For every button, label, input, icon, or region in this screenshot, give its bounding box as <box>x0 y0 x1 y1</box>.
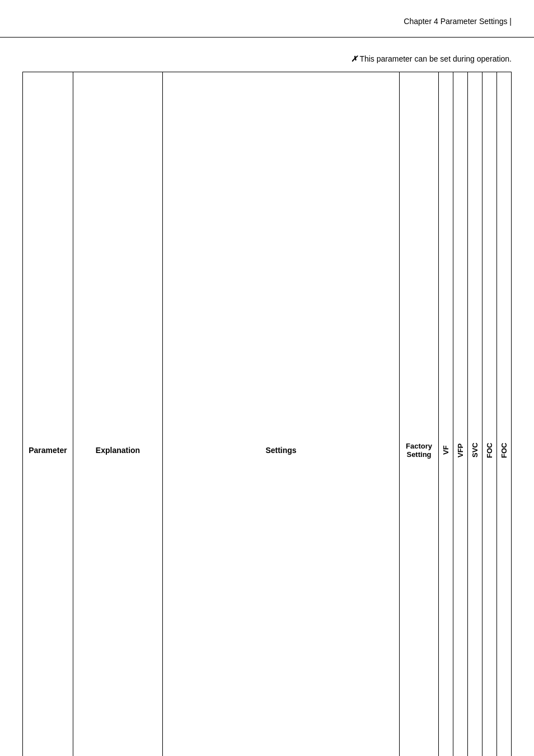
col-vf: VF <box>439 72 453 757</box>
col-parameter: Parameter <box>23 72 73 757</box>
col-svc: SVC <box>468 72 483 757</box>
svc-label: SVC <box>468 72 482 756</box>
header-title: Chapter 4 Parameter Settings | <box>404 17 512 26</box>
parameter-table: Parameter Explanation Settings Factory S… <box>22 72 512 756</box>
col-vfp: VFP <box>453 72 468 757</box>
col-foc1: FOC <box>483 72 497 757</box>
table-header-row: Parameter Explanation Settings Factory S… <box>23 72 512 757</box>
page-header: Chapter 4 Parameter Settings | <box>0 0 534 38</box>
col-factory-setting: Factory Setting <box>400 72 439 757</box>
col-explanation: Explanation <box>73 72 163 757</box>
foc1-label: FOC <box>483 72 496 756</box>
foc2-label: FOC <box>497 72 511 756</box>
vfp-label: VFP <box>453 72 467 756</box>
note-symbol: ✗ <box>351 54 358 63</box>
note-text: This parameter can be set during operati… <box>359 54 512 63</box>
col-foc2: FOC <box>497 72 512 757</box>
note-line: ✗ This parameter can be set during opera… <box>0 49 534 72</box>
table-container: Parameter Explanation Settings Factory S… <box>0 72 534 756</box>
vf-label: VF <box>439 72 453 756</box>
col-settings: Settings <box>163 72 400 757</box>
